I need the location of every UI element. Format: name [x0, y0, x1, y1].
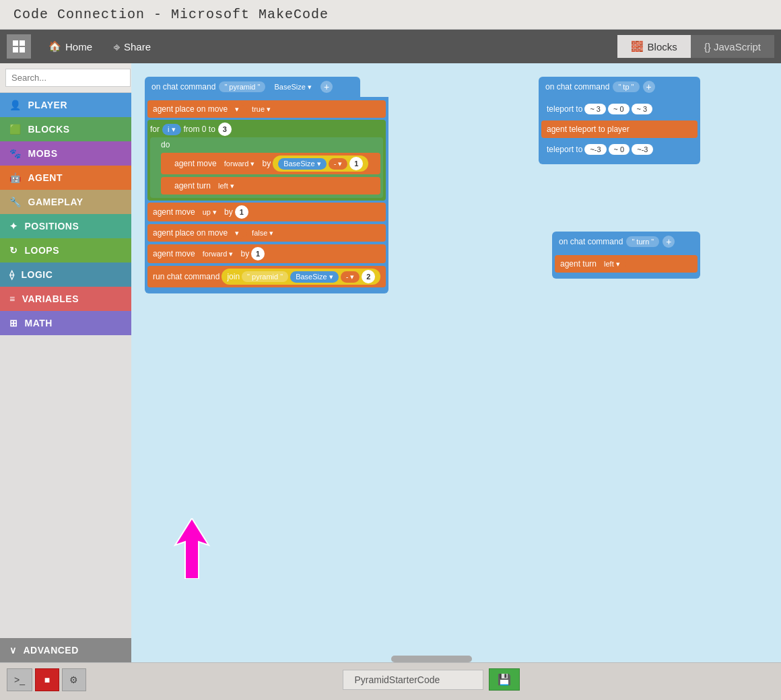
javascript-tab[interactable]: {} JavaScript [691, 35, 774, 58]
sidebar-item-player[interactable]: 👤 PLAYER [0, 93, 131, 117]
basesize-var2-dropdown[interactable]: BaseSize ▾ [290, 271, 339, 283]
settings-icon: ⚙ [69, 674, 78, 685]
agent-label: AGENT [28, 172, 63, 183]
for-label: for [150, 125, 160, 134]
on-chat-tp-label: on chat command [545, 82, 609, 92]
title-bar: Code Connection - Microsoft MakeCode [0, 0, 781, 30]
for-loop-header: for i ▾ from 0 to 3 [150, 123, 232, 136]
agent-move-label: agent move [174, 159, 217, 168]
project-name-input[interactable] [343, 670, 483, 690]
search-box: 🔍 [0, 63, 131, 93]
sidebar-item-advanced[interactable]: ∨ ADVANCED [0, 638, 131, 662]
terminal-button[interactable]: >_ [7, 668, 32, 691]
minus-dropdown[interactable]: - ▾ [329, 158, 348, 170]
agent-move-up-label: agent move [153, 207, 195, 217]
agent-label3: agent [153, 228, 173, 238]
cursor-arrow [168, 518, 215, 582]
false-dropdown[interactable]: false ▾ [246, 228, 279, 239]
blocks-icon2: 🟩 [9, 124, 22, 135]
turn-left-dropdown[interactable]: left ▾ [213, 180, 240, 192]
agent-move-forward-block: agent move forward ▾ by BaseSize ▾ - ▾ 1 [161, 153, 380, 174]
agent-label2: agent [153, 104, 173, 114]
by-label2: by [224, 207, 233, 217]
by-label3: by [240, 249, 249, 258]
sidebar-item-agent[interactable]: 🤖 AGENT [0, 166, 131, 190]
gameplay-label: GAMEPLAY [28, 197, 83, 207]
blocks-icon: 🧱 [631, 40, 644, 53]
forward-dropdown[interactable]: forward ▾ [219, 158, 261, 170]
arrow-svg [168, 518, 215, 579]
stop-icon: ■ [44, 674, 50, 685]
save-icon: 💾 [498, 674, 511, 685]
mobs-icon: 🐾 [9, 148, 22, 159]
i-dropdown[interactable]: i ▾ [162, 124, 181, 135]
teleport-to-block: teleport to ~ 3 ~ 0 ~ 3 [541, 100, 698, 118]
svg-rect-3 [20, 47, 25, 53]
minus2-value: 2 [362, 270, 375, 283]
true-dropdown[interactable]: true ▾ [246, 104, 276, 115]
basesize-var-dropdown[interactable]: BaseSize ▾ [278, 158, 327, 170]
teleport-to-block2: teleport to ~-3 ~ 0 ~-3 [541, 141, 698, 158]
svg-rect-1 [20, 40, 25, 46]
stop-button[interactable]: ■ [35, 668, 59, 691]
sidebar-item-math[interactable]: ⊞ MATH [0, 311, 131, 335]
blocks-tab[interactable]: 🧱 Blocks [617, 35, 691, 58]
save-button[interactable]: 💾 [489, 668, 520, 691]
agent-move-forward-1-block: agent move forward ▾ by 1 [147, 244, 386, 263]
minus-value: 1 [349, 157, 363, 170]
javascript-tab-label: {} JavaScript [704, 41, 761, 53]
tp-y1: ~ 0 [608, 104, 630, 114]
pyramid-str2: " pyramid " [242, 271, 288, 282]
top-nav: 🏠 Home ⎆ Share 🧱 Blocks {} JavaScript [0, 30, 781, 63]
basesize-dropdown[interactable]: BaseSize ▾ [269, 81, 317, 93]
sidebar-item-gameplay[interactable]: 🔧 GAMEPLAY [0, 190, 131, 214]
workspace: on chat command " pyramid " BaseSize ▾ +… [131, 63, 781, 662]
tp-y2: ~ 0 [609, 144, 630, 155]
workspace-scrollbar[interactable] [391, 656, 472, 662]
agent-turn-left-label: agent turn [560, 259, 597, 269]
tp-x2: ~-3 [584, 144, 606, 155]
sidebar-item-blocks[interactable]: 🟩 BLOCKS [0, 117, 131, 141]
add-param-button[interactable]: + [320, 81, 333, 93]
agent-icon: 🤖 [9, 172, 22, 183]
fwd-value: 1 [251, 247, 265, 260]
up-dropdown[interactable]: up ▾ [197, 207, 222, 218]
on-chat-turn-label: on chat command [559, 237, 623, 246]
main-layout: 🔍 👤 PLAYER 🟩 BLOCKS 🐾 MOBS 🤖 AGENT 🔧 GAM… [0, 63, 781, 662]
svg-marker-4 [175, 518, 209, 579]
advanced-icon: ∨ [9, 645, 17, 656]
sidebar-item-loops[interactable]: ↻ LOOPS [0, 238, 131, 262]
place-on-move-dropdown[interactable]: ▾ [230, 104, 244, 115]
math-label: MATH [25, 318, 53, 328]
turn-cmd-name: " turn " [626, 236, 659, 247]
search-input[interactable] [5, 69, 131, 87]
forward2-dropdown[interactable]: forward ▾ [197, 248, 239, 260]
teleport-to-label: teleport to [547, 104, 582, 114]
do-label: do [161, 140, 380, 149]
place-on-move-label: place on move [175, 104, 228, 114]
sidebar-item-variables[interactable]: ≡ VARIABLES [0, 287, 131, 311]
app-logo [7, 34, 31, 59]
minus2-dropdown[interactable]: - ▾ [341, 271, 360, 283]
place-on-move-dropdown2[interactable]: ▾ [230, 228, 244, 239]
player-icon: 👤 [9, 100, 22, 110]
add-tp-param-button[interactable]: + [643, 81, 655, 93]
positions-label: POSITIONS [25, 221, 79, 232]
add-turn-param-button[interactable]: + [663, 236, 675, 248]
turn-left2-dropdown[interactable]: left ▾ [599, 258, 625, 270]
tp-cmd-name: " tp " [613, 81, 639, 92]
share-button[interactable]: ⎆ Share [103, 37, 162, 57]
sidebar-item-mobs[interactable]: 🐾 MOBS [0, 141, 131, 166]
share-icon: ⎆ [114, 41, 120, 53]
join-label: join [227, 272, 240, 281]
sidebar-item-positions[interactable]: ✦ POSITIONS [0, 214, 131, 238]
on-chat-command-label: on chat command [151, 82, 215, 92]
settings-button[interactable]: ⚙ [62, 668, 86, 691]
terminal-icon: >_ [14, 674, 25, 685]
agent-place-on-move-true-block: agent place on move ▾ true ▾ [147, 100, 386, 118]
agent-turn-left-block: agent turn left ▾ [161, 177, 380, 195]
sidebar-item-logic[interactable]: ⟠ LOGIC [0, 262, 131, 287]
logic-icon: ⟠ [9, 269, 15, 280]
home-button[interactable]: 🏠 Home [38, 36, 103, 57]
agent-teleport-block: agent teleport to player [541, 120, 698, 138]
